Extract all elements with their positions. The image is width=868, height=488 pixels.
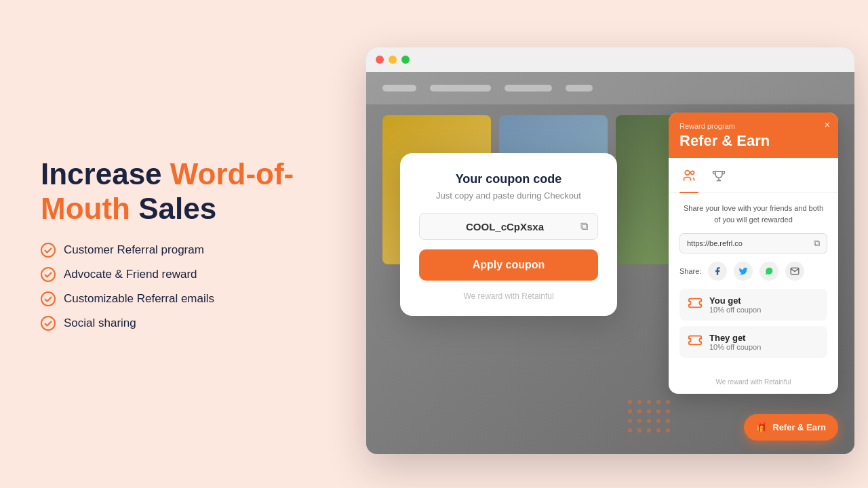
deco-dot [628,409,632,413]
widget-header-title: Refer & Earn [679,132,827,150]
deco-dot [666,400,670,404]
widget-tabs [669,158,838,193]
svg-point-4 [685,171,690,176]
email-share-button[interactable] [785,262,804,281]
feature-label: Customizable Referral emails [64,292,214,306]
coupon-copy-icon[interactable]: ⧉ [580,220,588,232]
check-icon [41,291,56,306]
deco-dot [628,400,632,404]
coupon-code-value: COOL_cCpXsxa [429,221,580,232]
close-icon[interactable]: × [825,119,830,130]
feature-item: Social sharing [41,316,339,331]
nav-item [566,85,593,92]
nav-item [505,85,552,92]
browser-content: Reward program Refer & Earn × Share your… [366,72,854,454]
refer-earn-widget: Reward program Refer & Earn × Share your… [669,113,838,394]
deco-dot [656,400,660,404]
features-list: Customer Referral program Advocate & Fri… [41,243,339,331]
svg-point-3 [41,317,55,330]
deco-dot [666,419,670,423]
deco-dot [656,419,660,423]
deco-dot [637,400,642,404]
deco-dot [647,428,651,432]
trophy-icon [712,171,726,185]
deco-dot [637,409,642,413]
feature-item: Advocate & Friend reward [41,267,339,282]
refer-earn-float-button[interactable]: 🎁 Refer & Earn [744,414,838,441]
you-get-title: You get [709,296,761,306]
deco-dot [647,419,651,423]
ticket-icon-2 [688,333,703,351]
deco-dot [637,428,642,432]
widget-header-label: Reward program [679,122,827,130]
share-row: Share: [679,262,827,281]
coupon-popup-subtitle: Just copy and paste during Checkout [419,190,598,201]
svg-point-0 [41,243,55,257]
they-get-card: They get 10% off coupon [679,326,827,358]
headline: Increase Word-of-Mouth Sales [41,157,339,226]
you-get-card: You get 10% off coupon [679,289,827,321]
tab-trophy[interactable] [709,165,728,192]
fake-nav [366,72,854,104]
deco-dot [666,428,670,432]
browser-window: Reward program Refer & Earn × Share your… [366,47,854,454]
facebook-share-button[interactable] [708,262,727,281]
widget-share-text: Share your love with your friends and bo… [679,203,827,225]
deco-dot [666,409,670,413]
deco-dot [656,409,660,413]
browser-titlebar [366,47,854,72]
copy-link-icon[interactable]: ⧉ [814,238,820,249]
coupon-popup-footer: We reward with Retainful [419,291,598,301]
deco-dot [656,428,660,432]
feature-label: Social sharing [64,317,136,330]
minimize-dot[interactable] [389,56,397,64]
widget-footer: We reward with Retainful [669,373,838,394]
feature-item: Customizable Referral emails [41,291,339,306]
check-icon [41,267,56,282]
they-get-title: They get [709,333,761,343]
deco-dot [628,428,632,432]
whatsapp-share-button[interactable] [760,262,778,281]
deco-dot [647,400,651,404]
you-get-detail: 10% off coupon [709,306,761,314]
svg-point-1 [41,268,55,281]
widget-body: Share your love with your friends and bo… [669,193,838,373]
referral-link: https://be.refrl.co [687,239,814,247]
widget-link-box: https://be.refrl.co ⧉ [679,233,827,253]
svg-point-2 [41,292,55,306]
headline-text2: Sales [130,192,216,225]
close-dot[interactable] [376,56,384,64]
nav-item [430,85,491,92]
coupon-code-box: COOL_cCpXsxa ⧉ [419,213,598,240]
ticket-icon [688,296,703,314]
check-icon [41,243,56,258]
maximize-dot[interactable] [401,56,410,64]
headline-text1: Increase [41,157,170,190]
deco-dot [637,419,642,423]
left-panel: Increase Word-of-Mouth Sales Customer Re… [41,0,339,488]
nav-item [382,85,416,92]
twitter-share-button[interactable] [734,262,753,281]
dots-decoration [628,400,671,434]
deco-dot [628,419,632,423]
feature-item: Customer Referral program [41,243,339,258]
gift-icon: 🎁 [756,422,767,432]
tab-people[interactable] [679,165,698,192]
coupon-popup: Your coupon code Just copy and paste dur… [400,153,617,316]
share-label: Share: [679,267,701,275]
they-get-detail: 10% off coupon [709,343,761,351]
feature-label: Advocate & Friend reward [64,268,197,281]
feature-label: Customer Referral program [64,243,204,257]
deco-dot [647,409,651,413]
check-icon [41,316,56,331]
apply-coupon-button[interactable]: Apply coupon [419,249,598,281]
svg-point-5 [691,171,694,174]
widget-header: Reward program Refer & Earn × [669,113,838,158]
float-button-label: Refer & Earn [772,422,826,432]
coupon-popup-title: Your coupon code [419,172,598,186]
they-get-info: They get 10% off coupon [709,333,761,351]
people-icon [682,171,696,185]
you-get-info: You get 10% off coupon [709,296,761,314]
